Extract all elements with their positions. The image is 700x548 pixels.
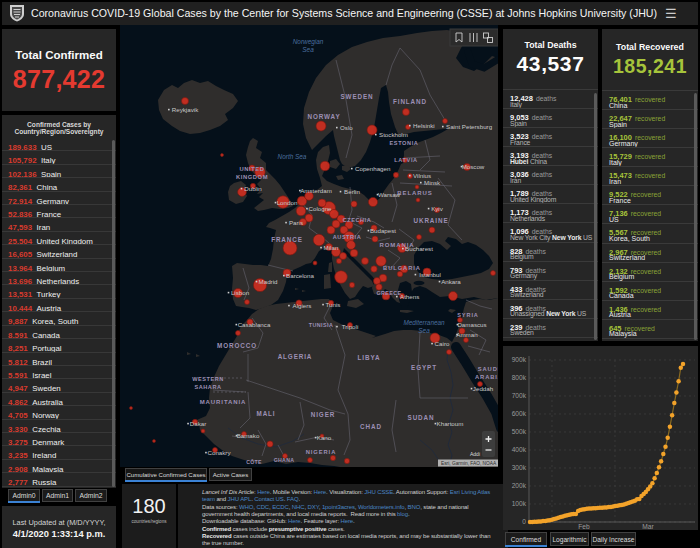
svg-text:ALGERIA: ALGERIA	[278, 353, 313, 360]
svg-text:CZECHIA: CZECHIA	[343, 217, 371, 223]
svg-text:Barcelona: Barcelona	[286, 272, 314, 279]
svg-text:Copenhagen: Copenhagen	[355, 165, 391, 172]
svg-text:MAURITANIA: MAURITANIA	[200, 399, 247, 405]
svg-text:0: 0	[522, 518, 526, 525]
svg-text:North Sea: North Sea	[278, 153, 307, 160]
svg-text:Dakar: Dakar	[190, 420, 207, 427]
svg-text:CÔTE: CÔTE	[246, 458, 262, 465]
svg-text:Mediterranean: Mediterranean	[403, 319, 445, 326]
svg-text:London: London	[277, 199, 298, 206]
svg-text:Damascus: Damascus	[457, 321, 486, 328]
svg-text:ESTONIA: ESTONIA	[390, 140, 419, 146]
svg-text:Kano: Kano	[317, 434, 332, 441]
svg-text:600k: 600k	[512, 410, 527, 417]
svg-text:700k: 700k	[512, 392, 527, 399]
svg-text:GREECE: GREECE	[376, 290, 401, 296]
svg-text:EGYPT: EGYPT	[411, 364, 437, 371]
svg-text:Tripoli: Tripoli	[342, 323, 359, 330]
svg-text:500k: 500k	[512, 428, 527, 435]
svg-text:Bucharest: Bucharest	[405, 245, 433, 252]
svg-text:LATVIA: LATVIA	[394, 157, 417, 163]
svg-text:BELARUS: BELARUS	[397, 190, 432, 196]
svg-text:WESTERN: WESTERN	[192, 376, 223, 382]
svg-text:Casablanca: Casablanca	[238, 321, 271, 328]
svg-text:SYRIA: SYRIA	[457, 312, 479, 318]
svg-text:Dublin: Dublin	[244, 185, 262, 192]
svg-text:Bamako: Bamako	[237, 432, 260, 439]
svg-text:Milan: Milan	[324, 244, 339, 251]
svg-text:Algiers: Algiers	[293, 302, 312, 309]
svg-text:NIGER: NIGER	[311, 411, 335, 418]
svg-text:ARABIA: ARABIA	[475, 374, 498, 380]
svg-text:Stockholm: Stockholm	[379, 131, 408, 138]
svg-text:100k: 100k	[512, 500, 527, 507]
svg-text:800k: 800k	[512, 374, 527, 381]
svg-text:Norwegian: Norwegian	[293, 38, 324, 46]
svg-text:Budapest: Budapest	[370, 227, 396, 234]
svg-text:Istanbul: Istanbul	[419, 271, 441, 278]
svg-text:NIGERIA: NIGERIA	[306, 449, 336, 455]
svg-text:Saint Petersburg: Saint Petersburg	[446, 123, 493, 130]
svg-text:SAUDI: SAUDI	[478, 366, 498, 372]
svg-text:Paris: Paris	[289, 219, 303, 226]
svg-text:AUSTRIA: AUSTRIA	[333, 234, 361, 240]
svg-text:Warsaw: Warsaw	[378, 191, 401, 198]
svg-text:Addi: Addi	[470, 451, 480, 457]
svg-text:Lisbon: Lisbon	[231, 289, 250, 296]
svg-text:FRANCE: FRANCE	[271, 236, 303, 243]
svg-text:Amsterdam: Amsterdam	[300, 187, 332, 194]
svg-text:GHANA: GHANA	[274, 457, 295, 463]
svg-text:CHAD: CHAD	[360, 423, 382, 430]
svg-text:LIBYA: LIBYA	[358, 354, 381, 361]
svg-text:Reykjavik: Reykjavik	[172, 106, 199, 113]
svg-text:200k: 200k	[512, 482, 527, 489]
svg-text:Oslo: Oslo	[340, 124, 353, 131]
svg-text:Mar: Mar	[642, 523, 654, 530]
svg-text:Sea: Sea	[418, 327, 430, 334]
svg-text:BULGARIA: BULGARIA	[383, 265, 421, 271]
svg-text:SUDAN: SUDAN	[408, 414, 435, 421]
svg-text:Sea: Sea	[302, 46, 314, 53]
svg-text:Feb: Feb	[578, 523, 590, 530]
svg-text:MOROCCO: MOROCCO	[217, 342, 257, 349]
svg-text:KINGDOM: KINGDOM	[236, 174, 268, 180]
svg-text:UKRAINE: UKRAINE	[414, 217, 449, 224]
svg-text:Tunis: Tunis	[326, 301, 341, 308]
svg-text:Athens: Athens	[400, 293, 419, 300]
svg-text:400k: 400k	[512, 446, 527, 453]
svg-text:SWEDEN: SWEDEN	[340, 93, 373, 100]
svg-text:Conakry: Conakry	[207, 449, 231, 456]
svg-text:Ankara: Ankara	[441, 278, 461, 285]
svg-text:Vilnius: Vilnius	[413, 172, 431, 179]
svg-text:Kyiv: Kyiv	[431, 205, 444, 212]
svg-text:Minsk: Minsk	[424, 179, 441, 186]
svg-text:Jeddah: Jeddah	[473, 385, 494, 392]
svg-text:Khartoum: Khartoum	[437, 420, 464, 427]
svg-text:Berlin: Berlin	[344, 188, 360, 195]
svg-text:NORWAY: NORWAY	[307, 113, 340, 120]
svg-text:UNITED: UNITED	[239, 166, 264, 172]
svg-text:Cologne: Cologne	[308, 205, 332, 212]
svg-text:Esri, Garmin, FAO, NOAA: Esri, Garmin, FAO, NOAA	[441, 461, 497, 466]
svg-text:MALI: MALI	[257, 410, 276, 417]
svg-text:900k: 900k	[512, 356, 527, 363]
svg-text:Amman: Amman	[456, 331, 478, 338]
svg-text:300k: 300k	[512, 464, 527, 471]
svg-text:Madrid: Madrid	[259, 278, 278, 285]
svg-text:Helsinki: Helsinki	[413, 122, 435, 129]
svg-text:FINLAND: FINLAND	[393, 98, 427, 105]
svg-text:Cairo: Cairo	[435, 340, 450, 347]
svg-text:TUNISIA: TUNISIA	[309, 322, 333, 328]
svg-text:Moscow: Moscow	[462, 163, 485, 170]
svg-text:SAHARA: SAHARA	[195, 384, 222, 390]
